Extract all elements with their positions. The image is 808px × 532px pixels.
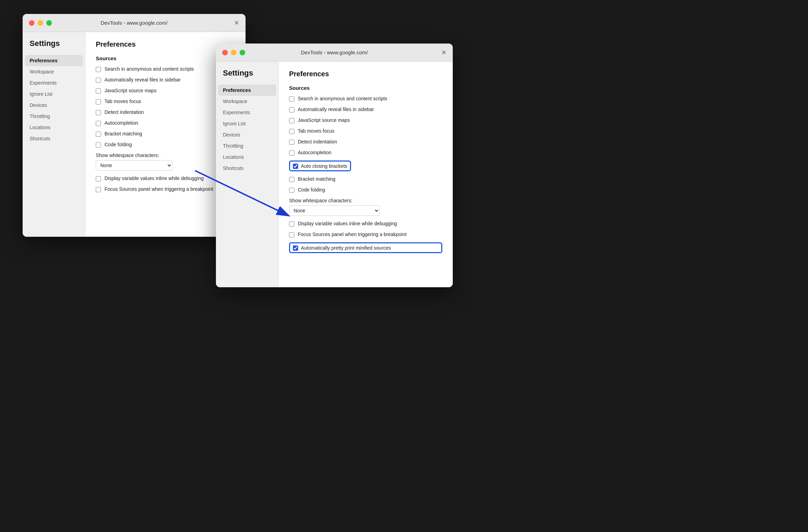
sidebar-item-ignorelist-bg[interactable]: Ignore List [23, 88, 85, 100]
cb-autocomplete-input-bg[interactable] [96, 121, 101, 126]
close-button-bg[interactable] [29, 20, 34, 26]
cb-focus-sources-label-bg: Focus Sources panel when triggering a br… [104, 186, 213, 192]
window-title-bg: DevTools - www.google.com/ [101, 20, 168, 26]
cb-anonymous-label-bg: Search in anonymous and content scripts [104, 66, 194, 72]
cb-autoclosing-row-fg: Auto closing brackets [289, 161, 442, 171]
cb-indent-fg: Detect indentation [289, 139, 442, 145]
cb-autocomplete-bg: Autocompletion [96, 120, 235, 126]
cb-reveal-fg: Automatically reveal files in sidebar [289, 107, 442, 112]
sidebar-item-experiments-bg[interactable]: Experiments [23, 77, 85, 88]
cb-anonymous-bg: Search in anonymous and content scripts [96, 66, 235, 72]
whitespace-select-bg[interactable]: None All Trailing [96, 160, 172, 171]
window-controls-background [29, 20, 52, 26]
close-x-bg[interactable]: ✕ [234, 20, 239, 26]
cb-reveal-label-fg: Automatically reveal files in sidebar [298, 107, 374, 112]
cb-focus-sources-bg: Focus Sources panel when triggering a br… [96, 186, 235, 192]
sidebar-item-experiments-fg[interactable]: Experiments [216, 107, 278, 118]
sidebar-item-workspace-fg[interactable]: Workspace [216, 96, 278, 107]
cb-anonymous-label-fg: Search in anonymous and content scripts [298, 96, 387, 101]
cb-bracket-label-bg: Bracket matching [104, 131, 142, 136]
maximize-button-bg[interactable] [46, 20, 52, 26]
window-controls-fg [222, 50, 245, 55]
titlebar-background: DevTools - www.google.com/ ✕ [23, 14, 246, 32]
cb-focus-sources-input-bg[interactable] [96, 187, 101, 192]
prettyprint-highlight-box: Automatically pretty print minified sour… [289, 242, 442, 253]
cb-indent-input-fg[interactable] [289, 140, 294, 145]
main-heading-bg: Preferences [96, 40, 235, 48]
sidebar-bg: Settings Preferences Workspace Experimen… [23, 32, 85, 237]
sidebar-item-preferences-bg[interactable]: Preferences [25, 55, 83, 66]
cb-sourcemaps-label-fg: JavaScript source maps [298, 117, 350, 123]
cb-focus-sources-input-fg[interactable] [289, 232, 294, 237]
cb-reveal-input-fg[interactable] [289, 107, 294, 112]
cb-reveal-label-bg: Automatically reveal files in sidebar [104, 77, 181, 83]
cb-prettyprint-input-fg[interactable] [293, 245, 298, 251]
cb-indent-input-bg[interactable] [96, 110, 101, 115]
cb-sourcemaps-bg: JavaScript source maps [96, 88, 235, 94]
cb-codefolding-fg: Code folding [289, 187, 442, 193]
cb-display-vars-label-bg: Display variable values inline while deb… [104, 175, 204, 181]
cb-tabfocus-label-fg: Tab moves focus [298, 128, 334, 134]
cb-display-vars-input-bg[interactable] [96, 176, 101, 181]
window-body-bg: Settings Preferences Workspace Experimen… [23, 32, 246, 237]
cb-codefolding-input-fg[interactable] [289, 188, 294, 193]
sources-title-fg: Sources [289, 85, 442, 91]
cb-bracket-label-fg: Bracket matching [298, 176, 335, 182]
minimize-button-fg[interactable] [231, 50, 236, 55]
close-button-fg[interactable] [222, 50, 228, 55]
titlebar-foreground: DevTools - www.google.com/ ✕ [216, 44, 453, 62]
cb-prettyprint-row-fg: Automatically pretty print minified sour… [289, 242, 442, 253]
sidebar-item-devices-fg[interactable]: Devices [216, 129, 278, 140]
close-x-fg[interactable]: ✕ [441, 49, 446, 56]
cb-autocomplete-fg: Autocompletion [289, 150, 442, 156]
autoclosing-highlight-box: Auto closing brackets [289, 161, 351, 171]
cb-bracket-bg: Bracket matching [96, 131, 235, 137]
window-body-fg: Settings Preferences Workspace Experimen… [216, 62, 453, 287]
cb-codefolding-label-fg: Code folding [298, 187, 325, 193]
sidebar-item-workspace-bg[interactable]: Workspace [23, 66, 85, 77]
cb-tabfocus-input-fg[interactable] [289, 129, 294, 134]
sidebar-fg: Settings Preferences Workspace Experimen… [216, 62, 279, 287]
whitespace-row-bg: Show whitespace characters: None All Tra… [96, 152, 235, 171]
sidebar-item-ignorelist-fg[interactable]: Ignore List [216, 118, 278, 129]
minimize-button-bg[interactable] [38, 20, 43, 26]
cb-focus-sources-label-fg: Focus Sources panel when triggering a br… [298, 232, 406, 237]
main-heading-fg: Preferences [289, 70, 442, 78]
whitespace-select-fg[interactable]: None All Trailing [289, 205, 380, 216]
sidebar-item-locations-fg[interactable]: Locations [216, 151, 278, 163]
cb-tabfocus-fg: Tab moves focus [289, 128, 442, 134]
cb-codefolding-input-bg[interactable] [96, 142, 101, 148]
cb-anonymous-input-fg[interactable] [289, 96, 294, 102]
cb-tabfocus-input-bg[interactable] [96, 99, 101, 104]
whitespace-label-bg: Show whitespace characters: [96, 152, 235, 158]
cb-bracket-input-fg[interactable] [289, 177, 294, 182]
cb-sourcemaps-input-bg[interactable] [96, 88, 101, 94]
window-title-fg: DevTools - www.google.com/ [301, 49, 368, 55]
sidebar-item-devices-bg[interactable]: Devices [23, 100, 85, 111]
cb-autocomplete-label-bg: Autocompletion [104, 120, 138, 126]
cb-bracket-input-bg[interactable] [96, 132, 101, 137]
cb-tabfocus-bg: Tab moves focus [96, 99, 235, 104]
cb-codefolding-label-bg: Code folding [104, 142, 132, 147]
sidebar-item-throttling-fg[interactable]: Throttling [216, 140, 278, 151]
cb-indent-label-bg: Detect indentation [104, 109, 144, 115]
cb-display-vars-input-fg[interactable] [289, 221, 294, 227]
sidebar-item-preferences-fg[interactable]: Preferences [218, 85, 276, 96]
cb-sourcemaps-input-fg[interactable] [289, 118, 294, 123]
maximize-button-fg[interactable] [240, 50, 245, 55]
sidebar-heading-bg: Settings [23, 39, 85, 55]
sidebar-item-throttling-bg[interactable]: Throttling [23, 111, 85, 122]
cb-autocomplete-input-fg[interactable] [289, 150, 294, 156]
cb-autoclosing-input-fg[interactable] [293, 164, 298, 169]
cb-tabfocus-label-bg: Tab moves focus [104, 99, 141, 104]
cb-display-vars-label-fg: Display variable values inline while deb… [298, 221, 397, 226]
cb-bracket-fg: Bracket matching [289, 176, 442, 182]
sidebar-item-shortcuts-fg[interactable]: Shortcuts [216, 163, 278, 174]
whitespace-row-fg: Show whitespace characters: None All Tra… [289, 198, 442, 216]
main-content-fg: Preferences Sources Search in anonymous … [279, 62, 453, 287]
cb-reveal-input-bg[interactable] [96, 78, 101, 83]
sidebar-item-locations-bg[interactable]: Locations [23, 122, 85, 133]
cb-indent-label-fg: Detect indentation [298, 139, 337, 144]
sidebar-item-shortcuts-bg[interactable]: Shortcuts [23, 133, 85, 144]
cb-anonymous-input-bg[interactable] [96, 67, 101, 72]
